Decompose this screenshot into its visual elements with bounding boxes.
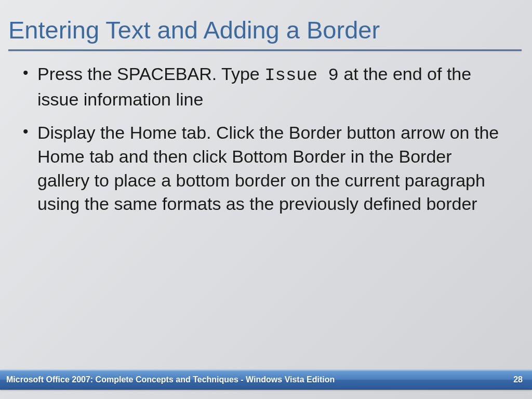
bullet-text-prefix: Press the SPACEBAR. Type xyxy=(37,64,264,84)
slide-title: Entering Text and Adding a Border xyxy=(8,16,522,44)
bullet-text-mono: Issue 9 xyxy=(264,65,339,85)
bullet-item: Press the SPACEBAR. Type Issue 9 at the … xyxy=(22,62,506,112)
footer-text: Microsoft Office 2007: Complete Concepts… xyxy=(6,375,335,384)
slide-container: Entering Text and Adding a Border Press … xyxy=(0,0,532,399)
footer-bar: Microsoft Office 2007: Complete Concepts… xyxy=(0,370,532,390)
bullet-text-prefix: Display the Home tab. Click the Border b… xyxy=(37,123,499,214)
content-area: Press the SPACEBAR. Type Issue 9 at the … xyxy=(0,51,532,218)
title-area: Entering Text and Adding a Border xyxy=(0,0,532,51)
bullet-list: Press the SPACEBAR. Type Issue 9 at the … xyxy=(22,62,506,218)
bullet-item: Display the Home tab. Click the Border b… xyxy=(22,121,506,218)
page-number: 28 xyxy=(513,375,523,384)
